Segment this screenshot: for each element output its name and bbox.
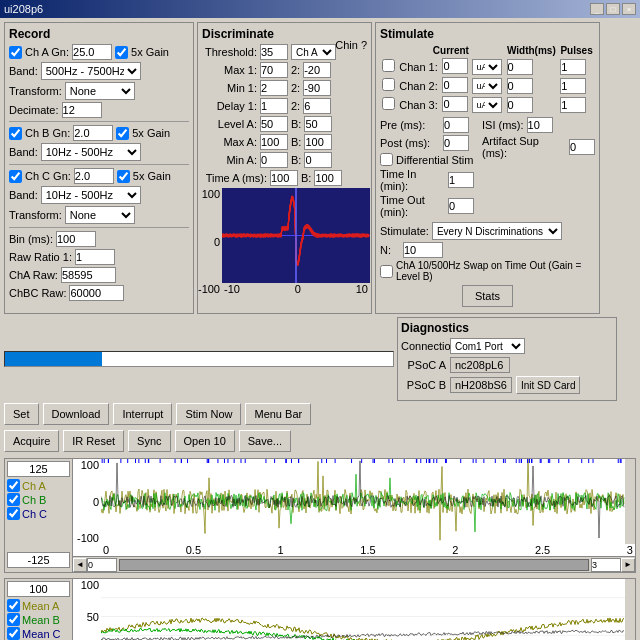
post-ms-input[interactable] bbox=[443, 135, 469, 151]
transform-c-select[interactable]: None bbox=[65, 206, 135, 224]
mean-c-checkbox[interactable] bbox=[7, 627, 20, 640]
max-b-input[interactable] bbox=[304, 134, 332, 150]
connection-select[interactable]: Com1 Port bbox=[450, 338, 525, 354]
level-b-input[interactable] bbox=[304, 116, 332, 132]
mean-a-checkbox[interactable] bbox=[7, 599, 20, 612]
title-bar-buttons[interactable]: _ □ × bbox=[590, 3, 636, 15]
stim-now-button[interactable]: Stim Now bbox=[176, 403, 241, 425]
ch-b-5x-label: 5x Gain bbox=[132, 127, 170, 139]
min-a-input[interactable] bbox=[260, 152, 288, 168]
sync-button[interactable]: Sync bbox=[128, 430, 170, 452]
chan1-unit-select[interactable]: uA bbox=[472, 59, 502, 75]
max1-2-input[interactable] bbox=[303, 62, 331, 78]
top-chart-wrapper: 125 Ch A Ch B Ch C -125 100 0 -100 bbox=[4, 458, 636, 573]
isi-ms-label: ISI (ms): bbox=[482, 119, 524, 131]
scroll-right-btn[interactable]: ► bbox=[621, 558, 635, 572]
time-in-input[interactable] bbox=[448, 172, 474, 188]
min1-2-input[interactable] bbox=[303, 80, 331, 96]
min-b-label: B: bbox=[291, 154, 301, 166]
time-out-label: Time Out (min): bbox=[380, 194, 445, 218]
scroll-end-input[interactable] bbox=[591, 558, 621, 572]
stimulate-panel: Stimulate Current Width(ms) Pulses Chan … bbox=[375, 22, 600, 314]
chan1-pulses-input[interactable] bbox=[560, 59, 586, 75]
min-b-input[interactable] bbox=[304, 152, 332, 168]
decimate-label: Decimate: bbox=[9, 104, 59, 116]
ch-c-5x-checkbox[interactable] bbox=[117, 170, 130, 183]
mean-b-checkbox[interactable] bbox=[7, 613, 20, 626]
chan3-unit-select[interactable]: uA bbox=[472, 97, 502, 113]
scroll-start-input[interactable] bbox=[87, 558, 117, 572]
init-sd-button[interactable]: Init SD Card bbox=[516, 376, 580, 394]
ch-b-gain-input[interactable] bbox=[73, 125, 113, 141]
ch-b-checkbox[interactable] bbox=[9, 127, 22, 140]
scroll-thumb[interactable] bbox=[119, 559, 589, 571]
ch-b-5x-checkbox[interactable] bbox=[116, 127, 129, 140]
max-a-input[interactable] bbox=[260, 134, 288, 150]
interrupt-button[interactable]: Interrupt bbox=[113, 403, 172, 425]
chan1-current-input[interactable] bbox=[442, 58, 468, 74]
band-c-select[interactable]: 10Hz - 500Hz bbox=[41, 186, 141, 204]
chan1-checkbox[interactable] bbox=[382, 59, 395, 72]
chan2-label: Chan 2: bbox=[397, 76, 440, 95]
chbc-raw-input[interactable] bbox=[69, 285, 124, 301]
open-10-button[interactable]: Open 10 bbox=[175, 430, 235, 452]
time-a-input[interactable] bbox=[270, 170, 298, 186]
cha-raw-input[interactable] bbox=[61, 267, 116, 283]
scroll-left-btn[interactable]: ◄ bbox=[73, 558, 87, 572]
set-button[interactable]: Set bbox=[4, 403, 39, 425]
band-b-select[interactable]: 10Hz - 500Hz bbox=[41, 143, 141, 161]
ch-a-vis-checkbox[interactable] bbox=[7, 479, 20, 492]
chan2-checkbox[interactable] bbox=[382, 78, 395, 91]
threshold-input[interactable] bbox=[260, 44, 288, 60]
delay1-input[interactable] bbox=[260, 98, 288, 114]
isi-ms-input[interactable] bbox=[527, 117, 553, 133]
top-waveform-canvas bbox=[101, 459, 625, 544]
menu-bar-button[interactable]: Menu Bar bbox=[245, 403, 311, 425]
ch-c-gain-input[interactable] bbox=[74, 168, 114, 184]
diff-stim-checkbox[interactable] bbox=[380, 153, 393, 166]
ch-a-5x-checkbox[interactable] bbox=[115, 46, 128, 59]
decimate-input[interactable] bbox=[62, 102, 102, 118]
ch-b-vis-checkbox[interactable] bbox=[7, 493, 20, 506]
ch-c-checkbox[interactable] bbox=[9, 170, 22, 183]
chan2-pulses-input[interactable] bbox=[560, 78, 586, 94]
max1-input[interactable] bbox=[260, 62, 288, 78]
band-a-select[interactable]: 500Hz - 7500Hz bbox=[41, 62, 141, 80]
ch-a-checkbox[interactable] bbox=[9, 46, 22, 59]
pre-ms-input[interactable] bbox=[443, 117, 469, 133]
chan2-width-input[interactable] bbox=[507, 78, 533, 94]
time-out-input[interactable] bbox=[448, 198, 474, 214]
download-button[interactable]: Download bbox=[43, 403, 110, 425]
chan3-pulses-input[interactable] bbox=[560, 97, 586, 113]
n-input[interactable] bbox=[403, 242, 443, 258]
maximize-button[interactable]: □ bbox=[606, 3, 620, 15]
chan2-unit-select[interactable]: uA bbox=[472, 78, 502, 94]
chan3-current-input[interactable] bbox=[442, 96, 468, 112]
ch-a-gain-input[interactable] bbox=[72, 44, 112, 60]
delay1-2-input[interactable] bbox=[303, 98, 331, 114]
chan1-width-input[interactable] bbox=[507, 59, 533, 75]
ch-c-vis-checkbox[interactable] bbox=[7, 507, 20, 520]
save-button[interactable]: Save... bbox=[239, 430, 291, 452]
chan3-width-input[interactable] bbox=[507, 97, 533, 113]
acquire-button[interactable]: Acquire bbox=[4, 430, 59, 452]
bin-ms-input[interactable] bbox=[56, 231, 96, 247]
transform-a-select[interactable]: None bbox=[65, 82, 135, 100]
chan3-checkbox[interactable] bbox=[382, 97, 395, 110]
progress-bar bbox=[4, 351, 394, 367]
artifact-sup-input[interactable] bbox=[569, 139, 595, 155]
stimulate-mode-select[interactable]: Every N Discriminations bbox=[432, 222, 562, 240]
threshold-ch-select[interactable]: Ch A bbox=[291, 44, 336, 60]
disc-chart-y-bot: -100 bbox=[198, 283, 220, 295]
ir-reset-button[interactable]: IR Reset bbox=[63, 430, 124, 452]
minimize-button[interactable]: _ bbox=[590, 3, 604, 15]
swap-checkbox[interactable] bbox=[380, 265, 393, 278]
min1-input[interactable] bbox=[260, 80, 288, 96]
raw-ratio-input[interactable] bbox=[75, 249, 115, 265]
close-button[interactable]: × bbox=[622, 3, 636, 15]
stats-button[interactable]: Stats bbox=[462, 285, 513, 307]
time-b-input[interactable] bbox=[314, 170, 342, 186]
chan2-current-input[interactable] bbox=[442, 77, 468, 93]
level-a-input[interactable] bbox=[260, 116, 288, 132]
top-chart-scrollbar[interactable]: ◄ ► bbox=[73, 556, 635, 572]
